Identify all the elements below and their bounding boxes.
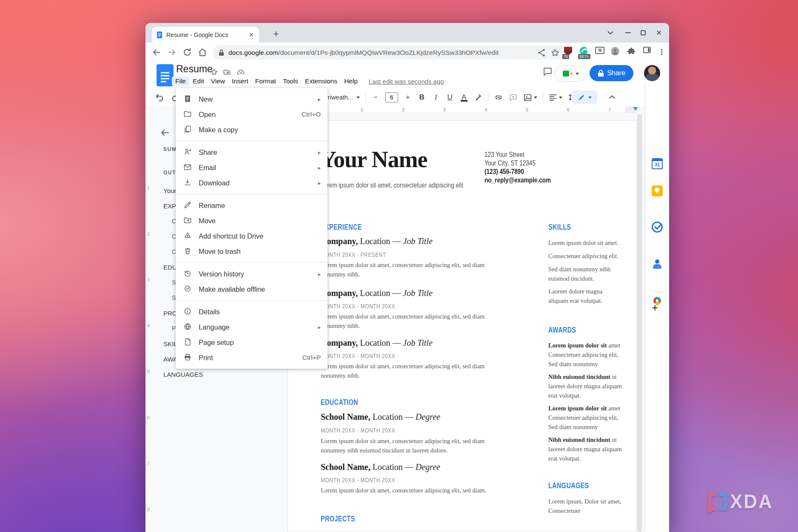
last-edit-link[interactable]: Last edit was seconds ago <box>369 78 444 85</box>
calendar-icon[interactable]: 31 <box>652 158 663 169</box>
reload-icon[interactable] <box>182 47 192 57</box>
window-minimize-button[interactable] <box>625 28 631 37</box>
close-outline-icon[interactable] <box>160 128 170 138</box>
awards-paragraph: Nibh euismod tincidunt ut laoreet dolore… <box>548 372 622 400</box>
menu-view[interactable]: View <box>208 77 228 86</box>
document-page[interactable]: Your Name Lorem ipsum dolor sit amet, co… <box>288 120 637 532</box>
menu-edit[interactable]: Edit <box>189 77 208 86</box>
tasks-icon[interactable] <box>652 222 663 233</box>
side-panel-icon[interactable] <box>643 47 654 58</box>
pencil-icon <box>578 94 585 101</box>
underline-button[interactable]: U <box>446 93 454 102</box>
menu-item-make-available-offline[interactable]: Make available offline <box>176 282 328 297</box>
page-setup-icon <box>183 338 193 347</box>
chrome-remote-extension-icon[interactable] <box>595 47 606 58</box>
outline-item[interactable]: LANGUAGES <box>145 367 288 382</box>
window-chevron-icon[interactable] <box>607 28 613 37</box>
menu-item-new[interactable]: New ▸ <box>176 91 328 107</box>
highlight-button[interactable] <box>474 93 482 102</box>
font-size-decrease-button[interactable]: − <box>371 93 380 102</box>
share-button[interactable]: Share <box>590 65 633 81</box>
menu-item-details[interactable]: Details <box>176 304 328 319</box>
extensions-puzzle-icon[interactable] <box>627 47 638 58</box>
meet-call-button[interactable] <box>555 65 587 82</box>
menu-item-email[interactable]: Email ▸ <box>176 160 328 175</box>
insert-image-icon[interactable] <box>523 93 537 102</box>
tab-close-icon[interactable]: ✕ <box>248 31 255 39</box>
menu-item-version-history[interactable]: Version history ▸ <box>176 266 328 282</box>
right-indent-marker[interactable] <box>633 107 638 111</box>
text-color-button[interactable]: A <box>460 94 468 101</box>
align-button[interactable] <box>549 94 562 101</box>
lock-icon <box>598 70 604 77</box>
address-bar[interactable]: docs.google.com/document/d/1Ps-jb0qypmlM… <box>213 46 566 60</box>
move-folder-icon <box>183 216 193 225</box>
hide-menus-icon[interactable] <box>607 92 618 102</box>
browser-navbar: docs.google.com/document/d/1Ps-jb0qypmlM… <box>145 43 669 62</box>
menu-help[interactable]: Help <box>341 77 361 86</box>
contacts-icon[interactable] <box>652 259 663 270</box>
menu-item-language[interactable]: Language ▸ <box>176 319 328 335</box>
menu-item-print[interactable]: Print Ctrl+P <box>176 350 328 365</box>
tab-strip: Resume - Google Docs ✕ + ✕ <box>145 23 669 43</box>
menu-shortcut: Ctrl+O <box>302 111 321 118</box>
share-icon[interactable] <box>537 48 546 57</box>
menu-tools[interactable]: Tools <box>279 77 302 86</box>
star-document-icon[interactable] <box>210 68 218 76</box>
browser-menu-icon[interactable]: ⋮ <box>658 47 669 58</box>
document-title[interactable]: Resume <box>176 63 213 75</box>
window-maximize-button[interactable] <box>641 28 646 37</box>
font-family-select[interactable]: rriweath... <box>326 94 360 101</box>
profile-extension-icon[interactable] <box>611 47 622 58</box>
tab-title: Resume - Google Docs <box>166 31 248 38</box>
projects-partial-line: Project Name — Details <box>321 529 381 532</box>
insert-link-icon[interactable] <box>494 93 503 102</box>
move-folder-icon[interactable] <box>223 68 231 76</box>
comments-icon[interactable] <box>542 66 553 77</box>
docs-app-icon[interactable] <box>157 64 174 86</box>
account-avatar[interactable] <box>644 65 660 81</box>
ruler-number: 6 <box>567 107 570 112</box>
menu-item-move[interactable]: Move <box>176 213 328 228</box>
menu-item-move-to-trash[interactable]: Move to trash <box>176 244 328 259</box>
menu-item-share[interactable]: Share ▸ <box>176 145 328 160</box>
window-close-button[interactable]: ✕ <box>656 28 662 37</box>
adblock-extension-icon[interactable]: 76 <box>564 47 575 58</box>
menu-item-label: Move to trash <box>199 248 321 256</box>
experience-entry-title: Company, Location — Job Title <box>321 288 433 298</box>
forward-icon[interactable] <box>167 47 177 57</box>
education-entry-title: School Name, Location — Degree <box>321 412 440 422</box>
bold-button[interactable]: B <box>418 93 426 102</box>
new-tab-button[interactable]: + <box>270 28 282 40</box>
menu-item-label: Add shortcut to Drive <box>199 232 321 240</box>
undo-icon[interactable] <box>155 92 165 102</box>
menu-item-make-a-copy[interactable]: Make a copy <box>176 122 328 137</box>
add-comment-icon[interactable] <box>509 93 518 102</box>
share-button-label: Share <box>607 69 625 77</box>
editing-mode-button[interactable] <box>572 91 597 104</box>
home-icon[interactable] <box>197 47 208 57</box>
menu-item-page-setup[interactable]: Page setup <box>176 335 328 350</box>
italic-button[interactable]: I <box>432 93 440 102</box>
menu-insert[interactable]: Insert <box>228 77 252 86</box>
menu-item-open[interactable]: Open Ctrl+O <box>176 107 328 122</box>
font-size-input[interactable]: 6 <box>385 92 398 102</box>
experience-body: Lorem ipsum dolor sit amet, consectetuer… <box>321 312 484 330</box>
get-addons-button[interactable]: + <box>652 301 658 314</box>
skills-line: Laoreet dolore magnaaliquam erat volutpa… <box>548 287 602 305</box>
xda-watermark: XDA <box>708 492 773 510</box>
font-size-increase-button[interactable]: + <box>404 93 412 102</box>
menu-file[interactable]: File <box>172 77 189 86</box>
back-icon[interactable] <box>151 47 162 57</box>
bookmark-star-icon[interactable] <box>550 48 560 57</box>
cloud-saved-icon[interactable] <box>237 68 244 76</box>
beta-extension-icon[interactable]: BETA <box>580 47 591 58</box>
menu-extensions[interactable]: Extensions <box>302 77 341 86</box>
menu-item-download[interactable]: Download ▸ <box>176 175 328 191</box>
menu-item-add-shortcut-to-drive[interactable]: Add shortcut to Drive <box>176 228 328 244</box>
keep-icon[interactable] <box>652 185 663 196</box>
menu-format[interactable]: Format <box>252 77 279 86</box>
vertical-scrollbar[interactable] <box>637 114 642 532</box>
menu-item-rename[interactable]: Rename <box>176 198 328 213</box>
browser-tab[interactable]: Resume - Google Docs ✕ <box>152 27 259 43</box>
